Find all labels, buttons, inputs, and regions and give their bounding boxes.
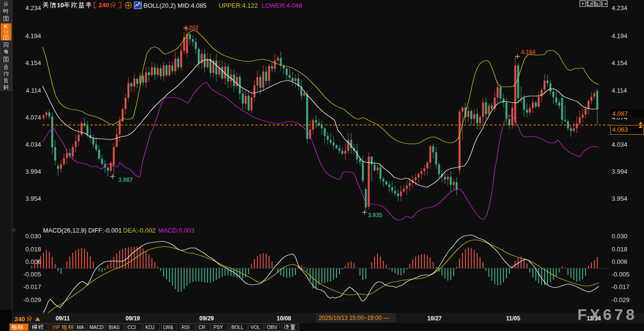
svg-text:BOLL(20,2) MID:4.085: BOLL(20,2) MID:4.085 — [143, 2, 207, 9]
svg-text:4.063: 4.063 — [612, 126, 628, 133]
svg-text:4.154: 4.154 — [612, 59, 628, 67]
svg-text:VOL: VOL — [251, 325, 260, 330]
svg-text:4.154: 4.154 — [25, 59, 41, 67]
svg-text:-0.029: -0.029 — [23, 296, 41, 303]
svg-text:09/29: 09/29 — [199, 315, 214, 322]
svg-text:-0.029: -0.029 — [612, 296, 630, 303]
svg-text:10: 10 — [57, 1, 64, 9]
svg-text:4.087: 4.087 — [612, 110, 628, 117]
svg-text:3.954: 3.954 — [25, 195, 41, 202]
svg-text:4.202: 4.202 — [184, 25, 198, 31]
svg-text:4.034: 4.034 — [612, 141, 628, 148]
svg-text:BIAS: BIAS — [109, 325, 120, 330]
svg-text:-0.017: -0.017 — [23, 283, 41, 290]
svg-text:BOLL: BOLL — [231, 325, 244, 330]
svg-text:10/27: 10/27 — [427, 315, 442, 322]
svg-text:10/08: 10/08 — [277, 315, 291, 322]
svg-text:0.018: 0.018 — [612, 246, 628, 253]
svg-text:4.234: 4.234 — [25, 4, 41, 12]
svg-text:FX678: FX678 — [577, 306, 637, 323]
svg-text:CCI: CCI — [127, 325, 136, 330]
svg-text:4.194: 4.194 — [25, 32, 41, 40]
svg-text:UPPER:4.122: UPPER:4.122 — [219, 2, 258, 9]
svg-text:240: 240 — [14, 316, 25, 323]
svg-text:2025/10/13 15:00~19:00 —: 2025/10/13 15:00~19:00 — — [319, 315, 389, 321]
svg-text:0.006: 0.006 — [612, 258, 628, 265]
svg-text:4.114: 4.114 — [26, 87, 41, 94]
svg-text:11/05: 11/05 — [506, 315, 520, 322]
svg-text:RSI: RSI — [182, 325, 190, 330]
svg-text:0.030: 0.030 — [25, 233, 41, 240]
svg-text:MACD(26,12,9) DIFF:-0.001: MACD(26,12,9) DIFF:-0.001 — [43, 227, 122, 234]
svg-text:4.074: 4.074 — [25, 114, 41, 121]
svg-text:4.164: 4.164 — [521, 49, 535, 55]
svg-text:3.987: 3.987 — [118, 177, 133, 183]
svg-text:0.018: 0.018 — [25, 246, 41, 253]
svg-text:-0.005: -0.005 — [23, 271, 41, 278]
svg-text:DEA:-0.002: DEA:-0.002 — [123, 227, 155, 234]
svg-text:4.194: 4.194 — [612, 32, 628, 40]
svg-text:K: K — [4, 24, 8, 29]
svg-text:4.114: 4.114 — [612, 87, 627, 94]
svg-text:LW&: LW& — [163, 325, 173, 330]
svg-text:OBV: OBV — [267, 325, 277, 330]
svg-text:LOWER:4.048: LOWER:4.048 — [262, 2, 302, 9]
svg-text:MACD: MACD — [89, 325, 103, 330]
svg-text:CR: CR — [198, 325, 205, 330]
svg-text:3.954: 3.954 — [612, 195, 628, 202]
svg-text:09/11: 09/11 — [56, 315, 70, 322]
svg-text:-0.005: -0.005 — [612, 271, 630, 278]
svg-text:3.935: 3.935 — [368, 212, 382, 219]
svg-text:MA: MA — [77, 325, 84, 330]
svg-text:09/19: 09/19 — [126, 315, 140, 322]
svg-text:KDJ: KDJ — [145, 325, 154, 330]
svg-text:4.234: 4.234 — [612, 4, 628, 12]
svg-text:VIP: VIP — [52, 325, 60, 330]
svg-text:MACD:0.003: MACD:0.003 — [158, 227, 194, 234]
svg-text:PSY: PSY — [213, 325, 223, 330]
svg-text:-0.017: -0.017 — [612, 283, 630, 290]
svg-text:0.030: 0.030 — [612, 233, 628, 240]
svg-text:3.994: 3.994 — [612, 168, 628, 175]
svg-text:4.034: 4.034 — [25, 141, 41, 148]
svg-text:3.994: 3.994 — [25, 168, 41, 175]
svg-text:240: 240 — [98, 1, 109, 9]
svg-text:0.006: 0.006 — [25, 258, 41, 265]
